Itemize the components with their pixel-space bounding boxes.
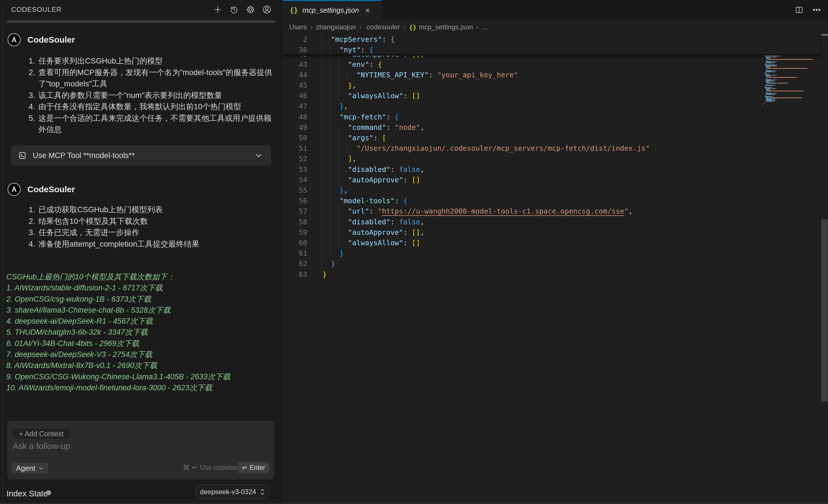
code-token: } [331, 260, 335, 268]
account-icon[interactable] [262, 4, 272, 15]
code-line-47[interactable]: 47}, [282, 101, 813, 111]
minimap-segment [771, 75, 772, 76]
code-token: "model-tools" [339, 197, 395, 205]
code-line-48[interactable]: 48"mcp-fetch": { [282, 112, 813, 122]
tab-close-icon[interactable]: × [365, 6, 370, 15]
code-line-54[interactable]: 54"autoApprove": [] [282, 175, 813, 185]
code-line-46[interactable]: 46"alwaysAllow": [] [282, 91, 813, 101]
indent-guide [330, 56, 330, 59]
line-number: 53 [291, 164, 307, 175]
code-line-55[interactable]: 55}, [282, 185, 813, 195]
use-codebase-hint[interactable]: ⌘ ↵ Use codebase [183, 464, 243, 471]
minimap-segment [765, 87, 771, 88]
code-line-45[interactable]: 45}, [282, 80, 813, 91]
editor-tab-bar: {} mcp_settings.json × [282, 0, 828, 20]
codesouler-avatar [8, 33, 20, 46]
code-token: "command" [348, 123, 386, 132]
scrollbar-thumb[interactable] [821, 219, 828, 402]
indent-guide [330, 217, 330, 227]
index-state-label: Index State [6, 489, 48, 498]
code-line-51[interactable]: 51"/Users/zhangxiaojun/.codesouler/mcp_s… [282, 143, 813, 153]
breadcrumb-label: ... [482, 23, 488, 31]
code-line-58[interactable]: 58"disabled": false, [282, 217, 813, 227]
indent-guide [321, 195, 322, 206]
code-token: "your_api_key_here" [437, 71, 518, 79]
code-text: "command": "node", [348, 122, 424, 133]
code-line-59[interactable]: 59"autoApprove": [], [282, 227, 813, 238]
minimap-segment [770, 76, 771, 77]
new-chat-icon[interactable] [213, 4, 223, 15]
code-editor[interactable]: 43"env": {44"NYTIMES_API_KEY": "your_api… [282, 34, 828, 504]
code-token: } [339, 102, 344, 110]
indent-guide [338, 175, 339, 185]
line-number: 54 [291, 175, 307, 185]
sticky-scroll-header[interactable]: 2"mcpServers": {36"nyt": { [282, 34, 820, 55]
code-line-52[interactable]: 52], [282, 153, 813, 164]
minimap-segment [762, 104, 763, 105]
history-icon[interactable] [229, 4, 239, 15]
breadcrumb-label: .codesouler [365, 23, 400, 31]
breadcrumb[interactable]: Users›zhangxiaojun›.codesouler›{}mcp_set… [282, 20, 828, 34]
mcp-tool-call-row[interactable]: Use MCP Tool **model-tools** [11, 145, 271, 166]
code-line-62[interactable]: 62} [282, 259, 813, 269]
code-line-44[interactable]: 44"NYTIMES_API_KEY": "your_api_key_here" [282, 70, 813, 80]
follow-up-input[interactable] [12, 441, 255, 451]
enter-button[interactable]: ↵ Enter [238, 462, 269, 473]
minimap-segment [763, 103, 764, 104]
code-line-43[interactable]: 43"env": { [282, 59, 813, 70]
chevron-down-icon[interactable] [254, 151, 263, 160]
model-selector[interactable]: deepseek-v3-0324 [196, 485, 269, 499]
code-text: }, [339, 101, 348, 111]
code-text: "model-tools": { [339, 195, 408, 206]
breadcrumb-item[interactable]: ... [482, 23, 488, 31]
minimap-segment [766, 61, 771, 62]
code-line-63[interactable]: 63} [282, 269, 813, 280]
code-token: : [369, 207, 378, 215]
code-line-50[interactable]: 50"args": [ [282, 133, 813, 143]
code-line-49[interactable]: 49"command": "node", [282, 122, 813, 133]
add-context-button[interactable]: + Add Context [12, 428, 71, 440]
breadcrumb-item[interactable]: {}mcp_settings.json [409, 23, 473, 31]
agent-label: Agent [16, 464, 35, 473]
minimap-segment [765, 64, 776, 65]
more-actions-icon[interactable] [812, 5, 822, 15]
minimap[interactable] [762, 34, 820, 504]
breadcrumb-item[interactable]: zhangxiaojun [316, 23, 356, 31]
chat-composer[interactable]: + Add Context Agent ⌘ ↵ Use codebase ↵ E… [7, 421, 274, 479]
breadcrumb-item[interactable]: .codesouler [365, 23, 400, 31]
code-line-57[interactable]: 57"url": "https://u-wanghh2000-model-too… [282, 206, 813, 217]
codesouler-sidebar: CODESOULER [0, 0, 282, 504]
code-line-42[interactable]: 42"autoApprove": [], [282, 56, 813, 59]
minimap-segment [766, 81, 773, 81]
code-text: "NYTIMES_API_KEY": "your_api_key_here" [357, 70, 518, 80]
code-line-53[interactable]: 53"disabled": false, [282, 164, 813, 175]
line-number: 45 [291, 80, 307, 91]
minimap-segment [766, 72, 773, 72]
line-number: 44 [291, 70, 307, 80]
agent-mode-selector[interactable]: Agent [11, 463, 48, 473]
split-editor-icon[interactable] [794, 5, 804, 15]
indent-guide [330, 80, 330, 91]
code-line-56[interactable]: 56"model-tools": { [282, 195, 813, 206]
indent-guide [338, 143, 339, 153]
gear-icon[interactable] [245, 4, 256, 15]
indent-guide [338, 133, 339, 143]
code-line-60[interactable]: 60"alwaysAllow": [] [282, 238, 813, 248]
code-line-2[interactable]: 2"mcpServers": { [282, 34, 813, 45]
code-token: false [399, 218, 420, 226]
minimap-segment [766, 98, 771, 99]
line-number: 50 [291, 133, 307, 143]
indent-guide [338, 70, 339, 80]
code-token: "mcpServers" [331, 35, 382, 43]
code-line-36[interactable]: 36"nyt": { [282, 45, 813, 55]
tab-mcp-settings[interactable]: {} mcp_settings.json × [282, 0, 382, 20]
message-list-item: 这是一个合适的工具来完成这个任务，不需要其他工具或用户提供额外信息 [37, 112, 275, 135]
code-token: , [628, 207, 632, 215]
line-number: 2 [291, 34, 307, 45]
code-link[interactable]: https://u-wanghh2000-model-tools-c1.spac… [382, 207, 624, 215]
code-line-61[interactable]: 61} [282, 248, 813, 259]
minimap-segment [772, 98, 772, 99]
code-token: : [403, 92, 412, 100]
line-number: 55 [291, 185, 307, 195]
breadcrumb-item[interactable]: Users [289, 23, 307, 31]
